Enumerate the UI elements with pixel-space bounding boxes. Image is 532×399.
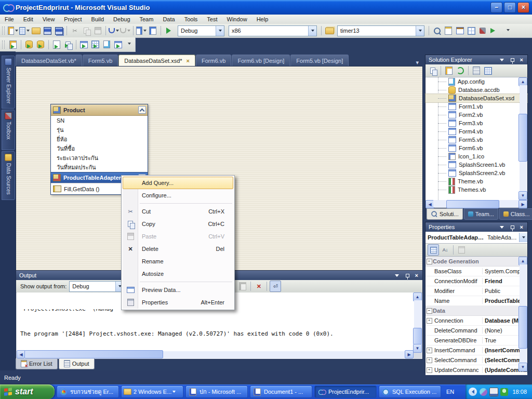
solution-explorer-button[interactable] [443, 25, 454, 36]
auto-hide-pin-icon[interactable] [511, 58, 514, 62]
start-debugging-button[interactable] [164, 25, 174, 36]
property-row[interactable]: ModifierPublic [425, 286, 527, 296]
redo-button[interactable] [120, 25, 130, 36]
copy-button[interactable] [81, 25, 91, 36]
window-position-icon[interactable] [500, 226, 504, 231]
tree-item[interactable]: Form2.vb [425, 111, 527, 119]
tree-item[interactable]: Form3.vb [425, 119, 527, 127]
menu-item-rename[interactable]: Rename [123, 255, 233, 268]
scrollbar-thumb[interactable] [413, 328, 422, 344]
find-symbol-button[interactable] [432, 25, 442, 36]
menu-build[interactable]: Build [87, 15, 109, 23]
combo-dropdown-button[interactable] [519, 233, 527, 242]
collapse-table-button[interactable] [138, 106, 146, 114]
tree-item[interactable]: Database.accdb [425, 86, 527, 94]
menu-window[interactable]: Window [222, 15, 252, 23]
scroll-down-button[interactable]: ▼ [518, 363, 527, 371]
refresh-button[interactable] [455, 65, 466, 76]
paste-button[interactable] [92, 25, 103, 36]
category-row[interactable]: −Code Generation [425, 257, 527, 267]
toolbar-overflow-button[interactable] [124, 39, 135, 50]
close-tab-icon[interactable]: × [187, 58, 190, 64]
menu-item-preview-data[interactable]: Preview Data... [123, 284, 233, 296]
taskbar-task-ie[interactable]: SQL Execution ... [379, 385, 441, 398]
menu-debug[interactable]: Debug [109, 15, 135, 23]
tray-vs-icon[interactable] [480, 388, 487, 396]
extension-manager-button[interactable] [489, 25, 499, 36]
menu-item-delete[interactable]: ✕DeleteDel [123, 243, 233, 255]
property-row[interactable]: +SelectCommand(SelectComman [425, 355, 527, 365]
open-file-button[interactable] [31, 25, 41, 36]
tree-item-selected[interactable]: DatabaseDataSet.xsd [425, 94, 527, 102]
object-selector-combo[interactable]: ProductTableAdapter TableAdapte [425, 232, 527, 244]
menu-item-copy[interactable]: CopyCtrl+C [123, 218, 233, 230]
view-designer-button[interactable] [90, 39, 100, 50]
language-indicator[interactable]: EN [446, 389, 454, 395]
tree-item[interactable]: Form5.vb [425, 136, 527, 144]
scrollbar-thumb[interactable] [24, 350, 163, 358]
edit-dataset-button[interactable] [63, 39, 73, 50]
doc-tab[interactable]: DatabaseDataSet.vb* [16, 55, 82, 66]
menu-test[interactable]: Test [202, 15, 222, 23]
toolbar-overflow-button[interactable] [503, 25, 513, 36]
property-row[interactable]: +ConnectionDatabase (MyS [425, 316, 527, 326]
property-row[interactable]: DeleteCommand(None) [425, 326, 527, 336]
menu-edit[interactable]: Edit [19, 15, 38, 23]
scroll-right-button[interactable]: ▶ [405, 350, 414, 358]
field-row[interactable]: SN [51, 116, 148, 125]
close-panel-icon[interactable]: × [520, 57, 523, 63]
tree-item[interactable]: SplashScreen2.vb [425, 169, 527, 177]
find-in-files-folder-icon[interactable] [324, 25, 335, 36]
category-row[interactable]: −Data [425, 306, 527, 316]
clear-all-button[interactable]: ✕ [254, 281, 264, 291]
doc-tab[interactable]: Form6.vb [Design] [232, 55, 290, 66]
menu-item-configure[interactable]: Configure... [123, 189, 233, 202]
menu-file[interactable]: File [0, 15, 19, 23]
tab-error-list[interactable]: ✕ Error List [16, 358, 58, 369]
tray-messenger-icon[interactable] [500, 388, 508, 396]
cut-button[interactable]: ✂ [70, 25, 80, 36]
next-message-button[interactable] [237, 281, 248, 291]
scrollbar-thumb[interactable] [518, 114, 527, 162]
word-wrap-button[interactable]: ⏎ [270, 281, 281, 292]
tree-item[interactable]: Themes.vb [425, 185, 527, 194]
doc-tab[interactable]: Form6.vb [196, 55, 231, 66]
tree-item[interactable]: Form6.vb [425, 144, 527, 152]
window-position-icon[interactable] [395, 274, 399, 279]
scroll-down-button[interactable]: ▼ [518, 191, 527, 200]
menu-data[interactable]: Data [158, 15, 179, 23]
toolbar-grip[interactable] [2, 26, 5, 35]
menu-item-autosize[interactable]: Autosize [123, 268, 233, 280]
menu-tools[interactable]: Tools [180, 15, 203, 23]
tray-display-icon[interactable] [489, 388, 498, 396]
close-panel-icon[interactable]: × [520, 224, 523, 230]
view-designer-button[interactable] [483, 65, 493, 76]
menu-item-add-query[interactable]: Add Query... [123, 177, 233, 189]
tree-item[interactable]: Theme.vb [425, 177, 527, 185]
taskbar-clock[interactable]: 18:08 [512, 389, 527, 395]
solution-explorer-header[interactable]: Solution Explorer × [425, 55, 527, 64]
menu-view[interactable]: View [38, 15, 60, 23]
doc-tab-active[interactable]: DatabaseDataSet.xsd*× [118, 55, 195, 66]
field-row[interactable]: ระยะเวลาประกัน [51, 153, 148, 163]
property-row[interactable]: +UpdateCommanc(UpdateComma [425, 365, 527, 375]
alphabetical-sort-button[interactable]: A↓ [440, 245, 450, 255]
tree-item[interactable]: Form4.vb [425, 127, 527, 136]
show-all-files-button[interactable] [444, 65, 454, 76]
tab-overflow-icon[interactable]: ▾ [416, 59, 422, 66]
menu-item-properties[interactable]: PropertiesAlt+Enter [123, 296, 233, 309]
property-row[interactable]: BaseClassSystem.Componen [425, 267, 527, 276]
product-table-header[interactable]: Product [51, 104, 148, 116]
tree-item[interactable]: SplashScreen1.vb [425, 161, 527, 169]
save-button[interactable] [42, 25, 52, 36]
object-browser-button[interactable] [466, 25, 476, 36]
property-row[interactable]: ConnectionModifFriend [425, 276, 527, 286]
save-all-button[interactable] [54, 25, 64, 36]
toolbar-grip[interactable] [2, 41, 5, 49]
undo-button[interactable] [109, 25, 119, 36]
tab-solution-explorer[interactable]: Soluti... [427, 208, 463, 220]
run-query-button[interactable] [24, 39, 34, 50]
minimize-button[interactable]: − [490, 2, 502, 13]
navigate-forward-button[interactable] [148, 25, 158, 36]
menu-project[interactable]: Project [59, 15, 86, 23]
